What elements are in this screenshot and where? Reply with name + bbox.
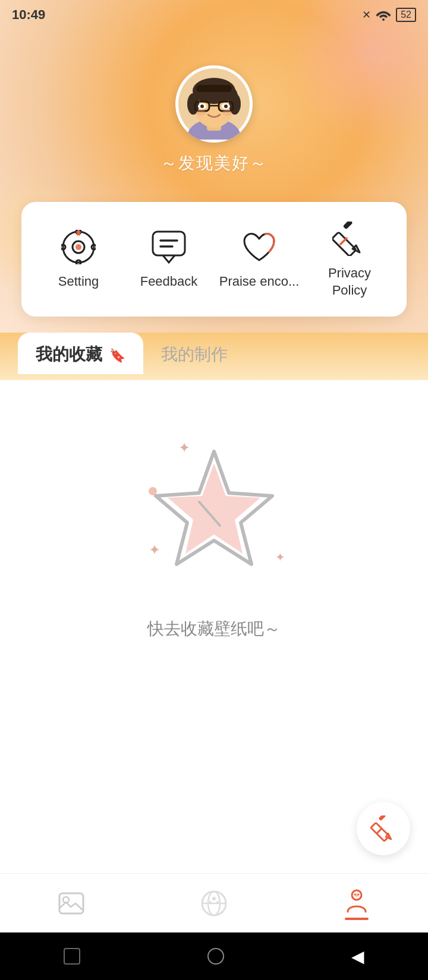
username: ～发现美好～ xyxy=(160,152,268,175)
gallery-icon xyxy=(58,892,85,915)
fab-button[interactable] xyxy=(357,802,410,855)
avatar[interactable] xyxy=(175,65,253,143)
svg-marker-33 xyxy=(156,451,272,564)
android-back-btn[interactable]: ◀ xyxy=(351,947,364,966)
praise-label: Praise enco... xyxy=(219,273,300,290)
tab-collections[interactable]: 我的收藏 🔖 xyxy=(18,333,143,374)
praise-icon xyxy=(240,228,278,266)
svg-rect-35 xyxy=(371,823,389,841)
star-outline xyxy=(143,440,285,582)
app-content: 10:49 ✕ 52 xyxy=(0,0,428,932)
wifi-icon xyxy=(376,9,391,21)
setting-icon xyxy=(59,228,97,266)
svg-point-45 xyxy=(216,901,219,903)
svg-point-17 xyxy=(222,110,232,116)
tab-badge: 🔖 xyxy=(109,348,125,363)
svg-point-43 xyxy=(212,897,216,900)
status-time: 10:49 xyxy=(12,7,45,23)
svg-rect-26 xyxy=(153,232,185,255)
svg-point-49 xyxy=(358,893,360,895)
svg-rect-38 xyxy=(59,893,83,913)
svg-rect-18 xyxy=(196,85,232,92)
svg-point-25 xyxy=(75,244,81,250)
svg-rect-31 xyxy=(343,222,353,229)
tab-creations[interactable]: 我的制作 xyxy=(143,333,246,374)
feedback-action[interactable]: Feedback xyxy=(124,228,214,290)
svg-point-44 xyxy=(209,901,212,903)
avatar-image xyxy=(178,68,250,140)
tabs-section: 我的收藏 🔖 我的制作 xyxy=(0,333,428,374)
praise-action[interactable]: Praise enco... xyxy=(214,228,304,290)
actions-card: Setting Feedback xyxy=(21,202,407,317)
privacy-action[interactable]: Privacy Policy xyxy=(304,220,395,299)
svg-point-48 xyxy=(354,893,356,895)
svg-line-34 xyxy=(199,502,220,526)
svg-rect-29 xyxy=(332,232,356,256)
android-home-btn[interactable] xyxy=(207,948,224,965)
nav-gallery[interactable] xyxy=(40,886,103,921)
profile-icon xyxy=(343,887,370,914)
svg-point-0 xyxy=(382,18,385,21)
privacy-label: Privacy Policy xyxy=(328,265,371,299)
nav-profile[interactable] xyxy=(325,881,388,926)
empty-illustration: ✦ ✦ ✦ xyxy=(131,428,297,594)
svg-line-30 xyxy=(341,238,347,244)
setting-label: Setting xyxy=(58,273,99,290)
setting-action[interactable]: Setting xyxy=(33,228,124,290)
android-nav: ◀ xyxy=(0,932,428,980)
battery-icon: 52 xyxy=(396,8,416,22)
privacy-icon xyxy=(331,220,369,258)
empty-message: 快去收藏壁纸吧～ xyxy=(147,618,281,640)
status-icons: ✕ 52 xyxy=(362,8,416,22)
svg-point-15 xyxy=(224,105,228,108)
feedback-label: Feedback xyxy=(140,273,198,290)
fab-pencil-icon xyxy=(370,815,396,842)
svg-point-13 xyxy=(200,105,204,108)
tabs-container: 我的收藏 🔖 我的制作 xyxy=(0,333,428,374)
main-content: ✦ ✦ ✦ 快去收藏壁纸吧～ xyxy=(0,380,428,873)
nav-active-indicator xyxy=(345,918,369,920)
android-square-btn[interactable] xyxy=(64,948,80,965)
nav-explore[interactable] xyxy=(182,883,246,924)
explore-icon xyxy=(200,889,228,918)
profile-section: ～发现美好～ xyxy=(0,30,428,175)
bottom-nav xyxy=(0,873,428,932)
feedback-icon xyxy=(150,228,188,266)
svg-line-37 xyxy=(377,829,381,833)
status-bar: 10:49 ✕ 52 xyxy=(0,0,428,30)
svg-rect-36 xyxy=(379,815,386,821)
cancel-icon: ✕ xyxy=(362,8,371,21)
svg-point-16 xyxy=(196,110,206,116)
